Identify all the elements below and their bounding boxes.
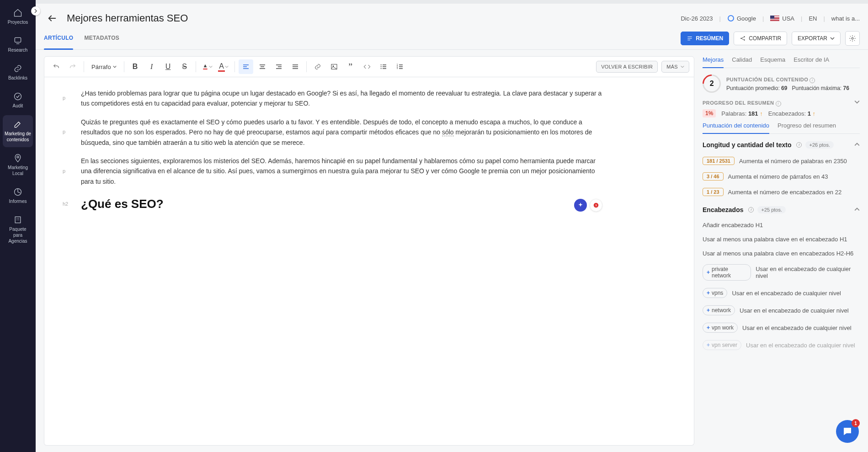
sidebar-item-reports[interactable]: Informes [3, 183, 33, 209]
ai-suggest-button[interactable] [574, 199, 587, 212]
chevron-down-icon [225, 65, 229, 69]
keyword-chip[interactable]: +private network [703, 264, 751, 281]
chevron-down-icon [854, 99, 860, 105]
underline-button[interactable]: U [161, 59, 176, 74]
keyword-chip[interactable]: +vpn server [703, 340, 741, 350]
sidebar-item-agency-pack[interactable]: Paquete para Agencias [3, 211, 33, 249]
section-headers[interactable]: Encabezados i +25 ptos. [703, 206, 860, 213]
info-icon[interactable]: i [809, 78, 815, 83]
strikethrough-button[interactable]: S [177, 59, 192, 74]
alert-icon: 1 [593, 202, 599, 208]
google-icon [727, 15, 735, 22]
keyword-recommendation[interactable]: +private networkUsar en el encabezado de… [703, 261, 860, 284]
subtab-content-score[interactable]: Puntuación del contenido [703, 122, 769, 133]
image-button[interactable] [327, 59, 341, 74]
chevron-down-icon [830, 36, 835, 41]
check-circle-icon [13, 92, 22, 101]
recommendation[interactable]: Usar al menos una palabra clave en el en… [703, 232, 860, 246]
share-button[interactable]: COMPARTIR [734, 32, 787, 45]
recommendation[interactable]: 1 / 23Aumenta el número de encabezados e… [703, 184, 860, 200]
info-icon[interactable]: i [748, 207, 754, 213]
collapse-button[interactable] [854, 99, 860, 106]
svg-point-1 [15, 93, 21, 100]
paragraph-block[interactable]: p En las secciones siguientes, explorare… [81, 156, 602, 186]
textcolor-button[interactable]: A [216, 59, 231, 74]
sidebar-item-backlinks[interactable]: Backlinks [3, 59, 33, 85]
block-type-select[interactable]: Párrafo [88, 64, 120, 70]
rewrite-button[interactable]: VOLVER A ESCRIBIR [596, 61, 658, 73]
numbered-list-button[interactable]: 123 [393, 59, 407, 74]
collapse-button[interactable] [854, 206, 860, 213]
block-tag: h2 [63, 200, 68, 208]
panel-tab-calidad[interactable]: Calidad [732, 56, 752, 68]
keyword-recommendation[interactable]: +vpn workUsar en el encabezado de cualqu… [703, 319, 860, 336]
align-justify-button[interactable] [288, 59, 303, 74]
search-engine[interactable]: Google [727, 15, 756, 22]
panel-tabs: Mejoras Calidad Esquema Escritor de IA [703, 56, 860, 68]
panel-tab-escritor-ia[interactable]: Escritor de IA [793, 56, 829, 68]
paragraph-block[interactable]: p ¿Has tenido problemas para lograr que … [81, 88, 602, 109]
error-indicator[interactable]: 1 [590, 199, 602, 212]
keyword-recommendation[interactable]: +networkUsar en el encabezado de cualqui… [703, 302, 860, 319]
sidebar-toggle[interactable] [31, 6, 40, 16]
bullet-list-button[interactable] [376, 59, 391, 74]
block-tag: p [63, 128, 65, 137]
sidebar-item-proyectos[interactable]: Proyectos [3, 4, 33, 30]
align-center-button[interactable] [255, 59, 270, 74]
section-text-length[interactable]: Longitud y cantidad del texto i +26 ptos… [703, 141, 860, 149]
block-tag: p [63, 167, 65, 175]
sidebar-item-local-marketing[interactable]: Marketing Local [3, 149, 33, 181]
paragraph-block[interactable]: p Quizás te preguntes qué es exactamente… [81, 117, 602, 148]
link-button[interactable] [310, 59, 325, 74]
editor-content[interactable]: p ¿Has tenido problemas para lograr que … [44, 77, 694, 446]
sidebar-item-content-marketing[interactable]: Marketing de contenidos [3, 115, 33, 147]
sparkle-icon [577, 202, 584, 208]
align-left-button[interactable] [239, 59, 253, 74]
panel-subtabs: Puntuación del contenido Progreso del re… [703, 122, 860, 134]
plus-icon: + [707, 342, 710, 348]
flag-us-icon [770, 16, 779, 21]
quote-button[interactable]: ” [343, 59, 358, 74]
heading-block[interactable]: h2 ¿Qué es SEO? [81, 195, 602, 214]
recommendation[interactable]: Usar al menos una palabra clave en encab… [703, 246, 860, 261]
keyword-chip[interactable]: +vpns [703, 288, 727, 298]
info-icon[interactable]: i [776, 101, 781, 106]
language-select[interactable]: EN [809, 15, 817, 22]
chat-widget[interactable]: 1 [836, 420, 859, 443]
building-icon [13, 215, 22, 224]
redo-button[interactable] [65, 59, 80, 74]
code-button[interactable] [360, 59, 374, 74]
resume-button[interactable]: RESÚMEN [681, 32, 729, 45]
recommendation[interactable]: Añadir encabezado H1 [703, 218, 860, 232]
bold-button[interactable]: B [128, 59, 143, 74]
settings-button[interactable] [845, 31, 860, 46]
sidebar-item-audit[interactable]: Audit [3, 87, 33, 113]
panel-tab-esquema[interactable]: Esquema [760, 56, 785, 68]
top-strip [36, 0, 868, 4]
country-select[interactable]: USA [770, 15, 794, 22]
sidebar-item-research[interactable]: Research [3, 32, 33, 58]
italic-button[interactable]: I [144, 59, 159, 74]
keyword-chip[interactable]: +vpn work [703, 323, 738, 333]
keyword-chip[interactable]: +network [703, 305, 735, 315]
svg-point-5 [728, 16, 734, 21]
keyword-recommendation[interactable]: +vpnsUsar en el encabezado de cualquier … [703, 284, 860, 302]
date: Dic-26 2023 [681, 15, 713, 22]
recommendation[interactable]: 3 / 46Aumenta el número de párrafos en 4… [703, 169, 860, 184]
tab-article[interactable]: ARTÍCULO [44, 31, 73, 49]
keyword-recommendation[interactable]: +vpn serverUsar en el encabezado de cual… [703, 336, 860, 354]
align-right-icon [275, 63, 282, 70]
panel-tab-mejoras[interactable]: Mejoras [703, 56, 724, 68]
more-button[interactable]: MÁS [661, 61, 689, 73]
keyword-display[interactable]: what is a... [831, 15, 860, 22]
back-button[interactable] [44, 10, 60, 27]
align-right-button[interactable] [272, 59, 286, 74]
undo-button[interactable] [49, 59, 64, 74]
collapse-button[interactable] [854, 141, 860, 149]
export-button[interactable]: EXPORTAR [792, 32, 841, 45]
recommendation[interactable]: 181 / 2531Aumenta el número de palabras … [703, 153, 860, 169]
subtab-summary-progress[interactable]: Progreso del resumen [777, 122, 836, 133]
tab-metadata[interactable]: METADATOS [84, 31, 119, 49]
info-icon[interactable]: i [796, 142, 802, 148]
bgcolor-button[interactable] [200, 59, 214, 74]
